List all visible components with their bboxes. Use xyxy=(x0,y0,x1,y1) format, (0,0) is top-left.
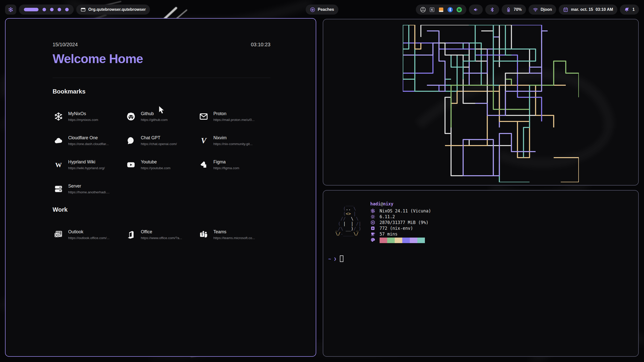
svg-text:V: V xyxy=(201,136,207,145)
clock-time: 03:10 AM xyxy=(595,7,613,12)
bookmark-name: Server xyxy=(68,184,109,189)
notifications-widget[interactable]: 1 xyxy=(620,5,639,15)
battery-icon xyxy=(506,7,511,12)
workspace-2[interactable] xyxy=(43,8,46,11)
palette-icon xyxy=(370,237,376,243)
bluetooth-manager-icon[interactable] xyxy=(447,7,453,13)
clock-date: mar. oct. 15 xyxy=(571,7,593,12)
workspace-5[interactable] xyxy=(65,8,69,11)
workspace-3[interactable] xyxy=(50,8,54,11)
bookmark-name: Figma xyxy=(213,159,239,165)
bookmark-item-figma[interactable]: Figmahttps://figma.com xyxy=(198,157,270,172)
workspace-1-active[interactable] xyxy=(24,8,38,11)
workspace-4[interactable] xyxy=(58,8,61,11)
fetch-host: nixy xyxy=(383,201,393,206)
bookmark-item-youtube[interactable]: Youtubehttps://youtube.com xyxy=(125,157,198,172)
media-player-pill[interactable]: Peaches xyxy=(306,5,338,15)
bookmark-item-chat-gpt[interactable]: Chat GPThttps://chat.openai.com/ xyxy=(125,133,198,148)
kernel-icon xyxy=(370,214,376,220)
fetch-palette-row xyxy=(370,237,431,243)
bookmark-name: Hyprland Wiki xyxy=(68,159,105,165)
workspaces-widget[interactable] xyxy=(19,5,74,15)
notification-count: 1 xyxy=(632,7,635,12)
color-swatch xyxy=(387,238,395,243)
battery-percent: 70% xyxy=(514,7,522,12)
keepassxc-icon[interactable]: K xyxy=(429,7,435,13)
fetch-info: hadi@nixy NixOS 24.11 (Vicuna)6.11.22870… xyxy=(370,201,431,243)
color-swatch xyxy=(395,238,402,243)
fetch-user: hadi xyxy=(370,201,381,206)
bookmark-url: https://nix-community.git... xyxy=(213,142,253,146)
top-bar-right: K 70% Djoon mar. oct. 15 03:10 AM 1 xyxy=(416,5,639,15)
office-icon xyxy=(125,229,137,240)
pipes-terminal-window[interactable] xyxy=(323,19,639,186)
bookmark-name: Cloudflare One xyxy=(68,135,109,141)
volume-button[interactable] xyxy=(469,5,483,15)
bookmark-item-outlook[interactable]: Outlookhttps://outlook.office.com/... xyxy=(53,227,125,242)
network-ssid: Djoon xyxy=(541,7,552,12)
bookmark-name: Chat GPT xyxy=(141,135,177,141)
bookmark-grid-bookmarks: MyNixOshttps://mynixos.comGithubhttps://… xyxy=(53,109,270,196)
fetch-value: 6.11.2 xyxy=(380,214,395,220)
fetch-value: NixOS 24.11 (Vicuna) xyxy=(380,208,431,214)
startpage-time: 03:10:23 xyxy=(251,42,270,48)
package-icon xyxy=(370,226,376,231)
fetch-row-kernel: 6.11.2 xyxy=(370,214,431,220)
bookmark-item-server[interactable]: Serverhttps://home.anotherhadi.... xyxy=(53,182,125,196)
bookmark-url: https://chat.openai.com/ xyxy=(141,142,177,146)
startpage-date: 15/10/2024 xyxy=(53,42,78,48)
github-icon xyxy=(125,111,137,122)
battery-widget[interactable]: 70% xyxy=(502,5,526,15)
network-widget[interactable]: Djoon xyxy=(529,5,556,15)
window-icon xyxy=(80,7,86,12)
bookmark-name: Office xyxy=(141,229,182,235)
color-swatch xyxy=(410,238,417,243)
bookmark-grid-work: Outlookhttps://outlook.office.com/...Off… xyxy=(53,227,270,242)
tux-ascii-art: ___ (.. \ (<> | // \ \ ( | | /| _/\ __)/… xyxy=(333,201,361,243)
bookmark-url: https://mail.proton.me/u/0... xyxy=(213,118,255,122)
fetch-row-cup: 57 mins xyxy=(370,231,431,237)
wifi-icon xyxy=(533,7,538,12)
bookmark-name: Nixvim xyxy=(213,135,253,141)
memory-icon xyxy=(370,220,376,225)
figma-icon xyxy=(198,159,209,170)
fetch-value: 57 mins xyxy=(380,231,398,237)
shell-prompt[interactable]: ~ ❯ xyxy=(328,255,634,262)
section-label-work: Work xyxy=(53,206,270,213)
spotify-green-icon[interactable] xyxy=(456,7,462,13)
downloads-icon[interactable] xyxy=(438,7,444,13)
bookmark-item-mynixos[interactable]: MyNixOshttps://mynixos.com xyxy=(53,109,125,124)
startpage: 15/10/2024 03:10:23 Welcome Home Bookmar… xyxy=(6,19,316,242)
bluetooth-button[interactable] xyxy=(485,5,499,15)
bookmark-item-nixvim[interactable]: VNixvimhttps://nix-community.git... xyxy=(198,133,270,148)
bookmark-url: https://home.anotherhadi.... xyxy=(68,190,109,194)
top-bar-center: Peaches xyxy=(306,5,338,15)
teams-icon: T xyxy=(198,229,209,240)
color-swatch xyxy=(402,238,410,243)
page-title: Welcome Home xyxy=(53,52,270,66)
bluetooth-icon xyxy=(490,7,495,12)
fetch-terminal-window[interactable]: ___ (.. \ (<> | // \ \ ( | | /| _/\ __)/… xyxy=(323,190,639,357)
bell-icon xyxy=(624,7,629,12)
prompt-path: ~ xyxy=(328,256,331,261)
bookmark-url: https://youtube.com xyxy=(141,166,171,170)
bookmark-name: MyNixOs xyxy=(68,111,98,116)
bookmark-item-cloudflare-one[interactable]: Cloudflare Onehttps://one.dash.cloudflar… xyxy=(53,133,125,148)
spotify-icon xyxy=(310,7,315,12)
bookmark-item-hyprland-wiki[interactable]: WHyprland Wikihttps://wiki.hyprland.org/ xyxy=(53,157,125,172)
fastfetch-output: ___ (.. \ (<> | // \ \ ( | | /| _/\ __)/… xyxy=(333,201,634,243)
bookmark-item-proton[interactable]: Protonhttps://mail.proton.me/u/0... xyxy=(198,109,270,124)
bookmark-item-teams[interactable]: TTeamshttps://teams.microsoft.co... xyxy=(198,227,270,242)
system-tray: K xyxy=(416,5,466,15)
bookmark-url: https://one.dash.cloudflar... xyxy=(68,142,109,146)
chat-bubble-icon xyxy=(125,135,137,146)
startpage-header: 15/10/2024 03:10:23 xyxy=(53,42,270,48)
bookmark-item-office[interactable]: Officehttps://www.office.com/?a... xyxy=(125,227,198,242)
fetch-row-nix-snowflake: NixOS 24.11 (Vicuna) xyxy=(370,208,431,214)
clock-widget[interactable]: mar. oct. 15 03:10 AM xyxy=(559,5,617,15)
launcher-button[interactable] xyxy=(5,5,16,15)
svg-text:K: K xyxy=(431,8,433,11)
qutebrowser-window[interactable]: 15/10/2024 03:10:23 Welcome Home Bookmar… xyxy=(5,18,316,357)
obs-icon[interactable] xyxy=(420,7,426,13)
active-window-pill[interactable]: Org.qutebrowser.qutebrowser xyxy=(76,5,150,15)
